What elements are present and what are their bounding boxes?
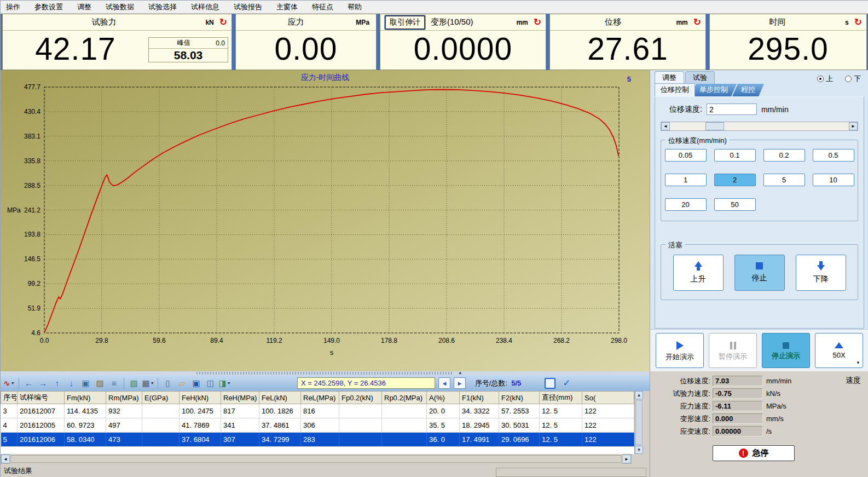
column-header[interactable]: FeH(kN)	[180, 392, 221, 404]
menu-item-2[interactable]: 调整	[76, 1, 92, 13]
menu-item-3[interactable]: 试验数据	[105, 1, 135, 13]
time-refresh-icon[interactable]: ↻	[854, 18, 862, 27]
preset-speed-button-20[interactable]: 20	[665, 198, 707, 211]
slider-right-icon[interactable]: ►	[849, 122, 858, 130]
cell	[339, 418, 382, 433]
radio-down[interactable]: 下	[845, 74, 861, 84]
monitor-icon[interactable]: ▣	[79, 377, 92, 389]
slider-left-icon[interactable]: ◄	[661, 122, 670, 130]
cell: 307	[221, 433, 259, 447]
extensometer-button[interactable]: 取引伸计	[385, 15, 425, 30]
menu-item-6[interactable]: 试验报告	[233, 1, 263, 13]
cell: 34. 3322	[460, 404, 499, 418]
column-header[interactable]: So(	[582, 392, 634, 404]
menu-item-7[interactable]: 主窗体	[275, 1, 299, 13]
nav-left-icon[interactable]: ←	[22, 377, 35, 389]
export-image-icon[interactable]: ◫	[204, 377, 217, 389]
column-header[interactable]: A(%)	[427, 392, 460, 404]
nav-down-icon[interactable]: ↓	[65, 377, 78, 389]
preset-speed-button-2[interactable]: 2	[714, 174, 756, 186]
column-header[interactable]: F1(kN)	[460, 392, 499, 404]
scroll-up-icon[interactable]: ▲	[635, 391, 643, 399]
column-header[interactable]: 直径(mm)	[540, 392, 582, 404]
preset-speed-button-1[interactable]: 1	[665, 174, 707, 186]
prev-record-icon[interactable]: ◄	[438, 377, 450, 389]
piston-stop-button[interactable]: 停止	[734, 255, 785, 291]
preset-speed-button-0.2[interactable]: 0.2	[763, 149, 805, 162]
nav-up-icon[interactable]: ↑	[51, 377, 63, 389]
piston-buttons: 上升停止下降	[666, 255, 853, 291]
export-data-icon[interactable]: ◨▼	[218, 377, 231, 389]
deform-refresh-icon[interactable]: ↻	[534, 18, 541, 27]
select-box-icon[interactable]	[545, 378, 555, 389]
print-icon[interactable]: ▦▼	[142, 377, 154, 389]
subtab-program-control[interactable]: 程控	[732, 84, 764, 96]
column-header[interactable]: 序号	[1, 392, 18, 404]
scroll-left-icon[interactable]: ◄	[1, 455, 10, 463]
displacement-speed-input[interactable]	[707, 104, 757, 115]
piston-up-button[interactable]: 上升	[673, 255, 724, 291]
preset-speed-button-0.1[interactable]: 0.1	[714, 149, 756, 162]
table-vertical-scrollbar[interactable]: ▲ ▼	[634, 391, 643, 454]
scroll-right-icon[interactable]: ►	[622, 455, 631, 463]
column-header[interactable]: Fm(kN)	[65, 392, 106, 404]
new-file-icon[interactable]: ▯	[161, 377, 174, 389]
curve-select-icon[interactable]: ∿▼	[3, 377, 15, 389]
next-record-icon[interactable]: ►	[454, 377, 466, 389]
pause-demo-button[interactable]: 暂停演示	[709, 333, 757, 368]
menu-item-9[interactable]: 帮助	[346, 1, 363, 13]
subtab-displacement-control[interactable]: 位移控制	[655, 83, 695, 96]
pane-splitter[interactable]: ▴	[1, 371, 650, 375]
slider-thumb[interactable]	[705, 122, 724, 130]
emergency-stop-button[interactable]: ! 急停	[713, 445, 795, 461]
column-header[interactable]: FeL(kN)	[259, 392, 301, 404]
menu-item-8[interactable]: 特征点	[311, 1, 334, 13]
column-header[interactable]: Rp0.2(MPa)	[382, 392, 427, 404]
displacement-refresh-icon[interactable]: ↻	[693, 18, 701, 27]
column-header[interactable]: E(GPa)	[142, 392, 180, 404]
scroll-thumb[interactable]	[10, 455, 622, 463]
menu-item-1[interactable]: 参数设置	[33, 1, 64, 13]
stress-time-chart[interactable]: 应力-时间曲线 5 0.029.859.689.4119.2149.0178.8…	[1, 70, 650, 371]
table-row[interactable]: 3201612007114. 4135932100. 2475817100. 1…	[1, 404, 634, 418]
open-folder-icon[interactable]: ▱	[176, 377, 188, 389]
table-row[interactable]: 420161200560. 972349741. 786934137. 4861…	[1, 418, 634, 433]
scroll-thumb[interactable]	[635, 400, 643, 445]
menu-item-0[interactable]: 操作	[5, 1, 21, 13]
subtab-step-control[interactable]: 单步控制	[691, 84, 737, 96]
column-header[interactable]: ReL(MPa)	[301, 392, 339, 404]
nav-right-icon[interactable]: →	[37, 377, 49, 389]
column-header[interactable]: F2(kN)	[499, 392, 540, 404]
tab-adjust[interactable]: 调整	[655, 71, 684, 84]
table-horizontal-scrollbar[interactable]: ◄ ►	[1, 454, 632, 464]
speed-slider[interactable]: ◄ ►	[661, 122, 858, 131]
preset-speed-button-10[interactable]: 10	[813, 174, 854, 186]
start-demo-button[interactable]: 开始演示	[656, 333, 704, 368]
preset-speed-button-50[interactable]: 50	[714, 198, 756, 211]
stop-demo-button[interactable]: 停止演示	[762, 333, 810, 368]
column-header[interactable]: Fp0.2(kN)	[339, 392, 382, 404]
list-icon[interactable]: ≡	[108, 377, 120, 389]
paste-icon[interactable]: ▨	[94, 377, 106, 389]
column-header[interactable]: 试样编号	[18, 392, 65, 404]
scroll-down-icon[interactable]: ▼	[635, 446, 643, 454]
speed-50x-button[interactable]: 50X▼	[815, 333, 863, 368]
radio-up[interactable]: 上	[817, 74, 833, 84]
force-refresh-icon[interactable]: ↻	[219, 18, 227, 27]
menu-item-4[interactable]: 试验选择	[147, 1, 178, 13]
confirm-icon[interactable]: ✓	[563, 377, 570, 389]
piston-down-button[interactable]: 下降	[796, 255, 846, 291]
results-table[interactable]: 序号试样编号Fm(kN)Rm(MPa)E(GPa)FeH(kN)ReH(MPa)…	[1, 391, 634, 447]
cell: 57. 2553	[499, 404, 540, 418]
preset-speed-button-5[interactable]: 5	[763, 174, 805, 186]
column-header[interactable]: ReH(MPa)	[221, 392, 259, 404]
preset-speed-button-0.05[interactable]: 0.05	[665, 149, 707, 162]
menu-item-5[interactable]: 试样信息	[190, 1, 221, 13]
table-row[interactable]: 520161200658. 034047337. 680430734. 7299…	[1, 433, 634, 447]
tab-test[interactable]: 试验	[685, 71, 715, 84]
chart-icon[interactable]: ▧	[128, 377, 140, 389]
speed-up-icon	[835, 342, 843, 348]
save-icon[interactable]: ▣	[190, 377, 202, 389]
preset-speed-button-0.5[interactable]: 0.5	[813, 149, 854, 162]
column-header[interactable]: Rm(MPa)	[106, 392, 142, 404]
